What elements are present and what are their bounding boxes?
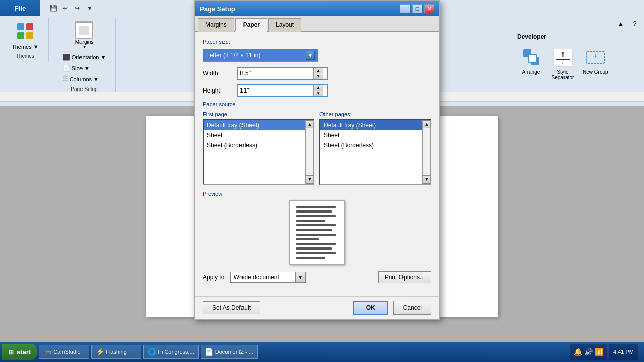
first-page-scroll-up[interactable]: ▲ xyxy=(306,120,314,128)
other-pages-scroll-down[interactable]: ▼ xyxy=(423,175,431,184)
apply-to-dropdown[interactable]: Whole document ▼ xyxy=(230,272,306,283)
tab-layout[interactable]: Layout xyxy=(268,18,301,32)
themes-dropdown-icon: ▼ xyxy=(33,44,39,50)
first-page-label: First page: xyxy=(203,111,314,117)
first-page-scroll-down[interactable]: ▼ xyxy=(306,175,314,184)
apply-to-row: Apply to: Whole document ▼ Print Options… xyxy=(203,271,431,283)
dialog-title-buttons: ─ □ ✕ xyxy=(400,4,434,13)
paper-source-section: First page: Default tray (Sheet) Sheet S… xyxy=(203,111,431,185)
width-down-btn[interactable]: ▼ xyxy=(314,73,323,79)
arrange-label: Arrange xyxy=(522,69,540,75)
dialog-minimize-btn[interactable]: ─ xyxy=(400,4,410,13)
height-input[interactable] xyxy=(238,86,313,95)
height-row: Height: ▲ ▼ xyxy=(203,84,431,97)
taskbar-incongress[interactable]: 🌐 In Congress,... xyxy=(143,345,199,359)
developer-panel: ▲ ? Developer Arrange ¶ T xyxy=(513,16,644,102)
preview-line-2 xyxy=(296,210,332,212)
other-pages-group: Other pages: Default tray (Sheet) Sheet … xyxy=(319,111,431,185)
other-pages-item-2[interactable]: Sheet (Borderless) xyxy=(320,140,430,150)
preview-line-11 xyxy=(296,252,336,254)
columns-arrow: ▼ xyxy=(93,76,99,82)
ok-btn[interactable]: OK xyxy=(353,301,388,315)
themes-button[interactable]: Themes ▼ xyxy=(8,42,42,51)
camstudio-icon: 📹 xyxy=(43,348,51,356)
first-page-item-0[interactable]: Default tray (Sheet) xyxy=(204,120,313,130)
ribbon-group-page-setup: Margins ▼ ⬛ Orientation ▼ 📄 Size ▼ ☰ Col… xyxy=(53,18,116,94)
tab-margins[interactable]: Margins xyxy=(198,18,234,32)
orientation-label: Orientation xyxy=(72,54,99,60)
set-as-default-btn[interactable]: Set As Default xyxy=(203,301,260,314)
columns-button[interactable]: ☰ Columns ▼ xyxy=(59,74,110,84)
taskbar-right: 🔔 🔊 📶 4:41 PM xyxy=(570,344,642,360)
print-options-btn[interactable]: Print Options... xyxy=(378,271,431,283)
style-separator-button[interactable]: ¶ T Style Separator xyxy=(549,44,577,82)
other-pages-item-1[interactable]: Sheet xyxy=(320,130,430,140)
other-pages-item-0[interactable]: Default tray (Sheet) xyxy=(320,120,430,130)
panel-collapse-btn[interactable]: ▲ xyxy=(616,19,626,29)
dialog-titlebar: Page Setup ─ □ ✕ xyxy=(195,1,439,16)
size-button[interactable]: 📄 Size ▼ xyxy=(59,63,110,73)
start-button[interactable]: ⊞ start xyxy=(2,344,37,360)
height-spinner: ▲ ▼ xyxy=(313,85,323,96)
other-pages-label: Other pages: xyxy=(319,111,431,117)
taskbar-flashing[interactable]: ⚡ Flashing xyxy=(91,345,141,359)
height-down-btn[interactable]: ▼ xyxy=(314,90,323,96)
new-group-button[interactable]: + New Group xyxy=(581,44,610,77)
first-page-item-1[interactable]: Sheet xyxy=(204,130,313,140)
taskbar-camstudio[interactable]: 📹 CamStudio xyxy=(39,345,89,359)
tab-paper[interactable]: Paper xyxy=(235,18,267,32)
preview-line-3 xyxy=(296,215,336,217)
dialog-maximize-btn[interactable]: □ xyxy=(412,4,422,13)
orientation-arrow: ▼ xyxy=(100,54,106,60)
margins-row: Margins ▼ xyxy=(72,20,96,50)
footer-right: OK Cancel xyxy=(353,301,431,315)
paper-size-dropdown[interactable]: Letter (8 1/2 x 11 in) ▼ xyxy=(203,49,318,62)
arrange-button[interactable]: Arrange xyxy=(517,44,545,77)
panel-more-btn[interactable]: ? xyxy=(630,19,640,29)
windows-icon: ⊞ xyxy=(8,348,14,356)
page-setup-dialog: Page Setup ─ □ ✕ Margins Paper Layout Pa… xyxy=(194,0,440,320)
qa-dropdown-button[interactable]: ▼ xyxy=(85,3,95,13)
save-qa-button[interactable]: 💾 xyxy=(48,3,58,13)
paper-size-value: Letter (8 1/2 x 11 in) xyxy=(206,52,260,59)
camstudio-label: CamStudio xyxy=(53,349,80,355)
orientation-button[interactable]: ⬛ Orientation ▼ xyxy=(59,52,110,62)
preview-line-7 xyxy=(296,234,336,236)
height-up-btn[interactable]: ▲ xyxy=(314,85,323,90)
svg-rect-1 xyxy=(26,23,33,30)
taskbar-document2[interactable]: 📄 Document2 - ... xyxy=(201,345,258,359)
orientation-icon: ⬛ xyxy=(63,54,70,61)
new-group-label: New Group xyxy=(583,69,608,75)
cancel-btn[interactable]: Cancel xyxy=(393,301,431,315)
preview-line-8 xyxy=(296,238,319,240)
height-input-group: ▲ ▼ xyxy=(237,84,328,97)
system-clock: 4:41 PM xyxy=(609,344,638,360)
margins-button[interactable]: Margins ▼ xyxy=(72,20,96,50)
redo-qa-button[interactable]: ↪ xyxy=(72,3,83,13)
style-separator-label: Style Separator xyxy=(552,69,574,80)
width-up-btn[interactable]: ▲ xyxy=(314,68,323,73)
panel-header: ▲ ? xyxy=(513,16,644,31)
svg-text:+: + xyxy=(593,51,598,61)
tray-icon-1: 🔔 xyxy=(574,348,582,356)
ribbon-sep-1 xyxy=(51,25,51,82)
apply-to-dropdown-btn[interactable]: ▼ xyxy=(295,272,305,282)
system-tray: 🔔 🔊 📶 xyxy=(570,344,607,360)
file-button[interactable]: File xyxy=(0,0,40,16)
first-page-group: First page: Default tray (Sheet) Sheet S… xyxy=(203,111,314,185)
incongress-icon: 🌐 xyxy=(148,348,156,356)
undo-qa-button[interactable]: ↩ xyxy=(60,3,70,13)
taskbar: ⊞ start 📹 CamStudio ⚡ Flashing 🌐 In Cong… xyxy=(0,342,644,362)
other-scroll-track xyxy=(423,128,430,175)
themes-label: Themes xyxy=(12,44,32,50)
margins-arrow: ▼ xyxy=(83,45,87,49)
other-pages-scroll-up[interactable]: ▲ xyxy=(423,120,431,128)
margins-icon xyxy=(75,21,93,39)
start-label: start xyxy=(17,348,31,356)
style-separator-icon: ¶ T xyxy=(552,46,574,68)
first-page-item-2[interactable]: Sheet (Borderless) xyxy=(204,140,313,150)
width-input[interactable] xyxy=(238,69,313,78)
dialog-close-btn[interactable]: ✕ xyxy=(424,4,434,13)
first-page-listbox[interactable]: Default tray (Sheet) Sheet Sheet (Border… xyxy=(203,119,314,185)
other-pages-listbox[interactable]: Default tray (Sheet) Sheet Sheet (Border… xyxy=(319,119,431,185)
